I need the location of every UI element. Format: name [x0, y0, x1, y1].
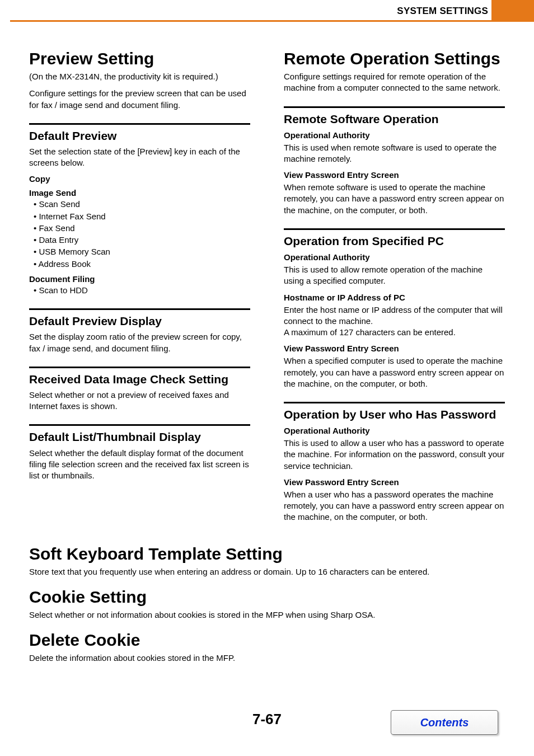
soft-keyboard-body: Store text that you frequently use when … [29, 566, 505, 577]
heading-user-password: Operation by User who Has Password [284, 408, 505, 421]
section-rule [29, 424, 250, 426]
label-operational-authority: Operational Authority [284, 426, 505, 435]
heading-default-preview: Default Preview [29, 129, 250, 143]
list-item: Data Entry [34, 234, 250, 246]
heading-default-list-thumbnail: Default List/Thumbnail Display [29, 430, 250, 444]
page-content: Preview Setting (On the MX-2314N, the pr… [0, 0, 534, 664]
heading-delete-cookie: Delete Cookie [29, 631, 505, 649]
label-operational-authority: Operational Authority [284, 130, 505, 140]
heading-remote-operation: Remote Operation Settings [284, 49, 505, 68]
full-width-sections: Soft Keyboard Template Setting Store tex… [29, 544, 505, 664]
section-rule [29, 367, 250, 368]
list-item: Internet Fax Send [34, 211, 250, 222]
section-rule [284, 228, 505, 230]
list-item: Fax Send [34, 223, 250, 234]
label-document-filing: Document Filing [29, 274, 250, 284]
contents-button[interactable]: Contents [391, 710, 498, 735]
heading-remote-software: Remote Software Operation [284, 112, 505, 126]
left-column: Preview Setting (On the MX-2314N, the pr… [29, 39, 250, 529]
user-password-view-pw-body: When a user who has a password operates … [284, 489, 505, 523]
default-preview-body: Set the selection state of the [Preview]… [29, 146, 250, 169]
label-hostname-ip: Hostname or IP Address of PC [284, 293, 505, 302]
list-item: Scan to HDD [34, 285, 250, 296]
two-column-layout: Preview Setting (On the MX-2314N, the pr… [29, 39, 505, 529]
delete-cookie-body: Delete the information about cookies sto… [29, 652, 505, 664]
list-item: Address Book [34, 259, 250, 270]
section-rule [29, 308, 250, 310]
heading-default-preview-display: Default Preview Display [29, 314, 250, 328]
heading-preview-setting: Preview Setting [29, 49, 250, 68]
label-view-password: View Password Entry Screen [284, 344, 505, 353]
preview-setting-body: Configure settings for the preview scree… [29, 88, 250, 111]
specified-pc-view-pw-body: When a specified computer is used to ope… [284, 355, 505, 389]
user-password-op-auth-body: This is used to allow a user who has a p… [284, 438, 505, 472]
preview-setting-note: (On the MX-2314N, the productivity kit i… [29, 71, 250, 82]
heading-soft-keyboard: Soft Keyboard Template Setting [29, 544, 505, 563]
contents-button-label: Contents [420, 716, 469, 729]
right-column: Remote Operation Settings Configure sett… [284, 39, 505, 529]
label-view-password: View Password Entry Screen [284, 477, 505, 487]
list-item: Scan Send [34, 199, 250, 210]
section-rule [284, 402, 505, 403]
cookie-setting-body: Select whether or not information about … [29, 609, 505, 621]
remote-software-op-auth-body: This is used when remote software is use… [284, 142, 505, 165]
remote-operation-body: Configure settings required for remote o… [284, 71, 505, 94]
heading-received-data: Received Data Image Check Setting [29, 373, 250, 386]
label-copy: Copy [29, 174, 250, 184]
document-filing-list: Scan to HDD [29, 285, 250, 296]
heading-specified-pc: Operation from Specified PC [284, 234, 505, 248]
specified-pc-hostname-body1: Enter the host name or IP address of the… [284, 304, 505, 327]
label-image-send: Image Send [29, 188, 250, 198]
label-operational-authority: Operational Authority [284, 252, 505, 262]
label-view-password: View Password Entry Screen [284, 170, 505, 180]
list-item: USB Memory Scan [34, 246, 250, 257]
specified-pc-hostname-body2: A maximum of 127 characters can be enter… [284, 327, 505, 338]
received-data-body: Select whether or not a preview of recei… [29, 389, 250, 412]
section-rule [29, 123, 250, 125]
section-rule [284, 106, 505, 108]
image-send-list: Scan Send Internet Fax Send Fax Send Dat… [29, 199, 250, 270]
heading-cookie-setting: Cookie Setting [29, 588, 505, 606]
page: SYSTEM SETTINGS Preview Setting (On the … [0, 0, 534, 756]
specified-pc-op-auth-body: This is used to allow remote operation o… [284, 264, 505, 287]
default-list-thumbnail-body: Select whether the default display forma… [29, 448, 250, 482]
remote-software-view-pw-body: When remote software is used to operate … [284, 182, 505, 216]
default-preview-display-body: Set the display zoom ratio of the previe… [29, 331, 250, 354]
